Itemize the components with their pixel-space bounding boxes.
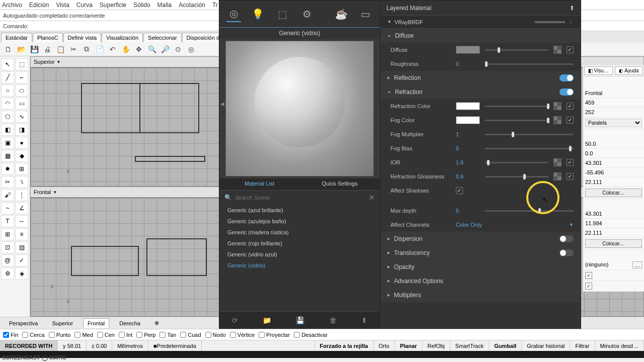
section-dispersion[interactable]: ▶Dispersion: [380, 232, 581, 246]
check-icon[interactable]: ✓: [15, 254, 28, 266]
mesh-icon[interactable]: ▦: [1, 150, 14, 162]
select-paralela[interactable]: Paralela: [585, 119, 642, 127]
checkbox[interactable]: ✓: [567, 173, 574, 180]
menu-dots-icon[interactable]: ⋮: [568, 19, 574, 25]
texture-icon[interactable]: [553, 158, 561, 166]
toggle-reflection[interactable]: [559, 74, 574, 81]
menu-superficie[interactable]: Superficie: [100, 2, 126, 9]
trim-icon[interactable]: ✂: [1, 176, 14, 188]
explode-icon[interactable]: ✸: [1, 163, 14, 175]
menu-edicion[interactable]: Edición: [29, 2, 49, 9]
tab-ayuda[interactable]: ◐ Ayuda: [615, 66, 643, 75]
menu-solido[interactable]: Sólido: [133, 2, 150, 9]
tab-material-list[interactable]: Material List: [219, 178, 300, 191]
status-orto[interactable]: Orto: [374, 340, 395, 351]
tab-quick-settings[interactable]: Quick Settings: [300, 178, 380, 191]
zoom-in-icon[interactable]: 🔍: [147, 44, 157, 54]
lasso-icon[interactable]: ⬚: [15, 58, 28, 70]
menu-archivo[interactable]: Archivo: [2, 2, 22, 9]
loft-icon[interactable]: ◨: [15, 124, 28, 136]
colocar-button-2[interactable]: Colocar…: [585, 239, 642, 248]
print-icon[interactable]: 🖨: [42, 44, 52, 54]
list-item[interactable]: Generic (madera rústica): [219, 227, 380, 238]
menu-tr[interactable]: Tr: [212, 2, 218, 9]
target-icon[interactable]: ◎: [226, 6, 241, 22]
fog-mult-slider[interactable]: [485, 134, 574, 135]
rect-icon[interactable]: ▭: [15, 98, 28, 110]
snap-perp[interactable]: Perp: [136, 332, 155, 338]
cut-icon[interactable]: ✂: [68, 44, 78, 54]
sphere-icon[interactable]: ●: [15, 137, 28, 149]
fog-bias-slider[interactable]: [485, 148, 574, 149]
status-refobj[interactable]: RefObj: [423, 340, 450, 351]
list-item[interactable]: Generic (rojo brillante): [219, 238, 380, 249]
join-icon[interactable]: ⊞: [15, 163, 28, 175]
undo-icon[interactable]: ↶: [108, 44, 118, 54]
move-icon[interactable]: ✥: [134, 44, 144, 54]
delete-icon[interactable]: 🗑: [330, 316, 337, 324]
section-reflection[interactable]: ▶Reflection: [380, 71, 581, 85]
search-input[interactable]: [235, 195, 369, 201]
snap-med[interactable]: Med: [74, 332, 93, 338]
status-layer[interactable]: ■ Predeterminada: [148, 340, 202, 351]
browse-button[interactable]: …: [632, 261, 642, 268]
surface-icon[interactable]: ◧: [1, 124, 14, 136]
zoom-sel-icon[interactable]: ⊙: [173, 44, 183, 54]
polyline-icon[interactable]: ⌐: [15, 71, 28, 83]
dim-icon[interactable]: ↔: [15, 215, 28, 227]
snap-tan[interactable]: Tan: [159, 332, 176, 338]
checkbox[interactable]: ✓: [585, 272, 592, 279]
snap-proyectar[interactable]: Proyectar: [259, 332, 290, 338]
checkbox-affect-shadows[interactable]: ✓: [456, 187, 463, 194]
snap-int[interactable]: Int: [119, 332, 132, 338]
group-icon[interactable]: ▤: [15, 241, 28, 253]
texture-icon[interactable]: [553, 116, 561, 124]
snap-nodo[interactable]: Nodo: [205, 332, 226, 338]
pointer-icon[interactable]: ↖: [1, 58, 14, 70]
toggle-refraction[interactable]: [559, 88, 574, 96]
array-icon[interactable]: ⊡: [1, 241, 14, 253]
toggle-dispersion[interactable]: [559, 235, 574, 242]
param-affect-channels[interactable]: Affect Channels Color Only ▼: [380, 218, 581, 232]
open-icon[interactable]: 📂: [16, 44, 26, 54]
zoom-ext-icon[interactable]: ◎: [186, 44, 196, 54]
toggle-translucency[interactable]: [559, 249, 574, 256]
text-icon[interactable]: T: [1, 215, 14, 227]
export-icon[interactable]: ⬆: [361, 316, 367, 324]
snap-punto[interactable]: Punto: [49, 332, 71, 338]
angle-icon[interactable]: ∠: [15, 202, 28, 214]
chevron-down-icon[interactable]: ▼: [53, 190, 57, 195]
checkbox[interactable]: ✓: [567, 103, 574, 110]
menu-curva[interactable]: Curva: [76, 2, 93, 9]
vray-icon[interactable]: ◈: [15, 267, 28, 280]
status-planar[interactable]: Planar: [395, 340, 423, 351]
tilde-icon[interactable]: ~: [1, 202, 14, 214]
diffuse-swatch[interactable]: [456, 46, 480, 54]
ellipse-icon[interactable]: ⬭: [15, 84, 28, 97]
save-icon[interactable]: 💾: [29, 44, 39, 54]
checkbox[interactable]: ✓: [567, 46, 574, 53]
section-diffuse[interactable]: ▼Diffuse: [380, 29, 581, 43]
snap-cen[interactable]: Cen: [97, 332, 115, 338]
bulb-icon[interactable]: 💡: [251, 6, 266, 22]
status-gumball[interactable]: Gumball: [489, 340, 522, 351]
texture-icon[interactable]: [553, 172, 561, 180]
clipboard-icon[interactable]: 📋: [55, 44, 65, 54]
refr-color-swatch[interactable]: [456, 102, 480, 110]
copy-icon[interactable]: ⧉: [82, 44, 92, 54]
chevron-down-icon[interactable]: ▼: [57, 60, 61, 64]
tab-visu[interactable]: ◧ Visu…: [584, 66, 613, 75]
checkbox[interactable]: ✓: [567, 159, 574, 166]
refr-amount-slider[interactable]: [485, 106, 548, 107]
fog-color-swatch[interactable]: [456, 116, 480, 124]
circle-icon[interactable]: ○: [1, 84, 14, 97]
teapot-icon[interactable]: ☕: [334, 6, 349, 22]
status-smart[interactable]: SmartTrack: [450, 340, 489, 351]
grid-icon[interactable]: ⊞: [1, 228, 14, 240]
tab-estandar[interactable]: Estándar: [1, 33, 32, 42]
add-viewport-icon[interactable]: ⊕: [150, 318, 163, 328]
refr-gloss-slider[interactable]: [485, 176, 548, 177]
section-refraction[interactable]: ▼Refraction: [380, 85, 581, 99]
save-icon[interactable]: 💾: [296, 316, 304, 324]
ior-slider[interactable]: [485, 162, 548, 163]
